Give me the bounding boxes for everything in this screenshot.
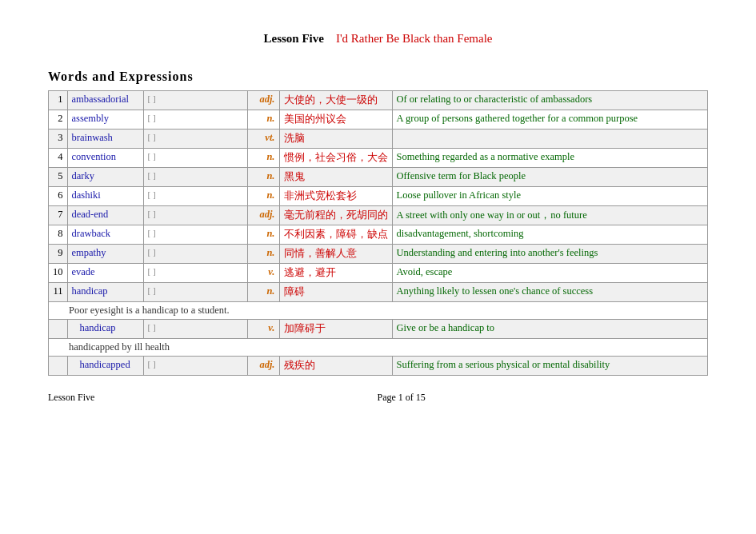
table-row: 5 darky [ ] n. 黑鬼 Offensive term for Bla…: [49, 168, 708, 187]
chinese-cell: 洗脑: [279, 130, 392, 149]
chinese-cell: 非洲式宽松套衫: [279, 187, 392, 206]
bracket-cell: [ ]: [143, 283, 247, 302]
pos-cell: adj.: [247, 91, 279, 110]
chinese-cell: 障碍: [279, 283, 392, 302]
word-cell: convention: [67, 149, 143, 168]
def-cell: Give or be a handicap to: [392, 320, 708, 339]
table-row: 9 empathy [ ] n. 同情，善解人意 Understanding a…: [49, 245, 708, 264]
row-num: [49, 357, 68, 376]
word-cell: evade: [67, 264, 143, 283]
footer: Lesson Five Page 1 of 15: [48, 392, 708, 404]
vocab-table: 1 ambassadorial [ ] adj. 大使的，大使一级的 Of or…: [48, 90, 708, 376]
word-cell: empathy: [67, 245, 143, 264]
pos-cell: n.: [247, 187, 279, 206]
row-num: 2: [49, 110, 68, 130]
bracket-cell: [ ]: [143, 149, 247, 168]
example-row: Poor eyesight is a handicap to a student…: [49, 302, 708, 320]
pos-cell: n.: [247, 225, 279, 245]
chinese-cell: 加障碍于: [279, 320, 392, 339]
def-cell: Anything likely to lessen one's chance o…: [392, 283, 708, 302]
def-cell: Loose pullover in African style: [392, 187, 708, 206]
def-cell: Something regarded as a normative exampl…: [392, 149, 708, 168]
table-row: 10 evade [ ] v. 逃避，避开 Avoid, escape: [49, 264, 708, 283]
table-row: 11 handicap [ ] n. 障碍 Anything likely to…: [49, 283, 708, 302]
def-cell: Of or relating to or characteristic of a…: [392, 91, 708, 110]
bracket-cell: [ ]: [143, 264, 247, 283]
table-row: 2 assembly [ ] n. 美国的州议会 A group of pers…: [49, 110, 708, 130]
bracket-cell: [ ]: [143, 206, 247, 225]
pos-cell: n.: [247, 149, 279, 168]
handicapped-example-row: handicapped by ill health: [49, 339, 708, 357]
lesson-title-bold: Lesson Five: [264, 32, 324, 45]
pos-cell: adj.: [247, 206, 279, 225]
chinese-cell: 大使的，大使一级的: [279, 91, 392, 110]
section-header: Words and Expressions: [48, 70, 708, 84]
lesson-title: Lesson Five I'd Rather Be Black than Fem…: [48, 32, 708, 46]
table-row: 7 dead-end [ ] adj. 毫无前程的，死胡同的 A street …: [49, 206, 708, 225]
handicap-v-row: handicap [ ] v. 加障碍于 Give or be a handic…: [49, 320, 708, 339]
bracket-cell: [ ]: [143, 168, 247, 187]
word-cell: dashiki: [67, 187, 143, 206]
word-cell: handicap: [67, 283, 143, 302]
chinese-cell: 逃避，避开: [279, 264, 392, 283]
row-num: 10: [49, 264, 68, 283]
pos-cell: n.: [247, 245, 279, 264]
row-num: 3: [49, 130, 68, 149]
word-cell: handicapped: [67, 357, 143, 376]
chinese-cell: 黑鬼: [279, 168, 392, 187]
bracket-cell: [ ]: [143, 357, 247, 376]
lesson-title-colored: I'd Rather Be Black than Female: [336, 32, 493, 45]
word-cell: ambassadorial: [67, 91, 143, 110]
pos-cell: n.: [247, 168, 279, 187]
chinese-cell: 惯例，社会习俗，大会: [279, 149, 392, 168]
footer-left: Lesson Five: [48, 392, 94, 404]
def-cell: A group of persons gathered together for…: [392, 110, 708, 130]
row-num: [49, 320, 68, 339]
def-cell: A street with only one way in or out，no …: [392, 206, 708, 225]
word-cell: darky: [67, 168, 143, 187]
bracket-cell: [ ]: [143, 320, 247, 339]
chinese-cell: 残疾的: [279, 357, 392, 376]
bracket-cell: [ ]: [143, 187, 247, 206]
handicapped-example: handicapped by ill health: [69, 341, 170, 353]
def-cell: Understanding and entering into another'…: [392, 245, 708, 264]
def-cell: [392, 130, 708, 149]
table-row: 3 brainwash [ ] vt. 洗脑: [49, 130, 708, 149]
word-cell: brainwash: [67, 130, 143, 149]
row-num: 9: [49, 245, 68, 264]
chinese-cell: 毫无前程的，死胡同的: [279, 206, 392, 225]
def-cell: Avoid, escape: [392, 264, 708, 283]
chinese-cell: 不利因素，障碍，缺点: [279, 225, 392, 245]
word-cell: assembly: [67, 110, 143, 130]
bracket-cell: [ ]: [143, 130, 247, 149]
table-row: 1 ambassadorial [ ] adj. 大使的，大使一级的 Of or…: [49, 91, 708, 110]
row-num: 11: [49, 283, 68, 302]
table-row: 4 convention [ ] n. 惯例，社会习俗，大会 Something…: [49, 149, 708, 168]
bracket-cell: [ ]: [143, 110, 247, 130]
def-cell: Offensive term for Black people: [392, 168, 708, 187]
pos-cell: v.: [247, 320, 279, 339]
def-cell: disadvantagement, shortcoming: [392, 225, 708, 245]
pos-cell: v.: [247, 264, 279, 283]
bracket-cell: [ ]: [143, 225, 247, 245]
pos-cell: adj.: [247, 357, 279, 376]
chinese-cell: 美国的州议会: [279, 110, 392, 130]
row-num: 1: [49, 91, 68, 110]
bracket-cell: [ ]: [143, 91, 247, 110]
handicapped-row: handicapped [ ] adj. 残疾的 Suffering from …: [49, 357, 708, 376]
def-cell: Suffering from a serious physical or men…: [392, 357, 708, 376]
row-num: 8: [49, 225, 68, 245]
table-row: 8 drawback [ ] n. 不利因素，障碍，缺点 disadvantag…: [49, 225, 708, 245]
table-row: 6 dashiki [ ] n. 非洲式宽松套衫 Loose pullover …: [49, 187, 708, 206]
pos-cell: n.: [247, 110, 279, 130]
row-num: 4: [49, 149, 68, 168]
pos-cell: n.: [247, 283, 279, 302]
row-num: 5: [49, 168, 68, 187]
word-cell: dead-end: [67, 206, 143, 225]
row-num: 7: [49, 206, 68, 225]
pos-cell: vt.: [247, 130, 279, 149]
word-cell: handicap: [67, 320, 143, 339]
word-cell: drawback: [67, 225, 143, 245]
footer-center: Page 1 of 15: [378, 392, 426, 404]
row-num: 6: [49, 187, 68, 206]
